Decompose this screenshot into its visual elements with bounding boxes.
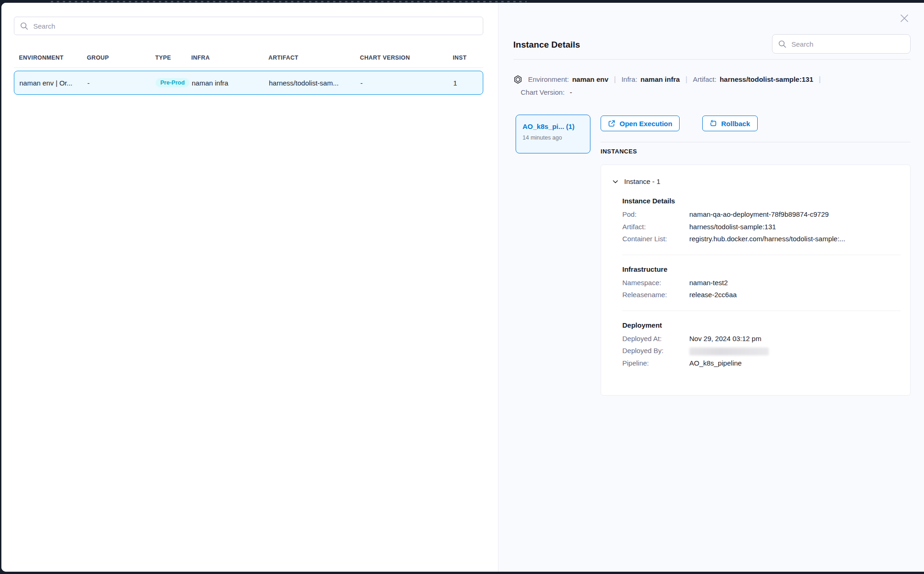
- column-header-type: TYPE: [155, 55, 191, 61]
- infra-label: Infra:: [621, 73, 637, 86]
- section-heading: Instance Details: [622, 197, 899, 205]
- environment-label: Environment:: [528, 73, 569, 86]
- instance-collapse-toggle[interactable]: Instance - 1: [612, 177, 899, 185]
- close-button[interactable]: [897, 11, 911, 25]
- cell-inst: 1: [453, 79, 483, 87]
- instance-body: Instance Details Pod: naman-qa-ao-deploy…: [612, 185, 899, 369]
- kv-value: Nov 29, 2024 03:12 pm: [689, 333, 761, 345]
- cell-group: -: [87, 79, 156, 87]
- chart-version-value: -: [570, 88, 572, 96]
- background-page-text-sliver: [51, 1, 527, 2]
- section-deployment: Deployment Deployed At: Nov 29, 2024 03:…: [622, 321, 899, 370]
- kv-label: Namespace:: [622, 277, 689, 289]
- kv-label: Artifact:: [622, 221, 689, 233]
- kv-label: Container List:: [622, 233, 689, 245]
- kv-label: Deployed By:: [622, 345, 689, 357]
- section-infrastructure: Infrastructure Namespace: naman-test2 Re…: [622, 265, 899, 301]
- kv-value: naman-test2: [689, 277, 728, 289]
- redacted-value: [689, 348, 769, 355]
- kv-row-namespace: Namespace: naman-test2: [622, 277, 899, 289]
- column-header-infra: INFRA: [191, 55, 268, 61]
- cell-environment: naman env | Or...: [19, 79, 87, 87]
- execution-card[interactable]: AO_k8s_pi... (1) 14 minutes ago: [516, 115, 590, 153]
- instance-details-modal: ENVIRONMENT GROUP TYPE INFRA ARTIFACT CH…: [1, 3, 924, 572]
- env-type-badge: Pre-Prod: [156, 78, 189, 88]
- artifact-label: Artifact:: [693, 73, 717, 86]
- deployments-search: [14, 17, 483, 35]
- cell-artifact: harness/todolist-sam...: [269, 79, 360, 87]
- page-title: Instance Details: [513, 40, 580, 50]
- environment-value: naman env: [572, 73, 608, 86]
- section-heading: Infrastructure: [622, 265, 899, 273]
- chevron-down-icon: [612, 178, 619, 185]
- search-icon: [778, 40, 787, 49]
- kv-label: Pipeline:: [622, 357, 689, 370]
- column-header-artifact: ARTIFACT: [268, 55, 360, 61]
- meta-separator: |: [608, 73, 621, 86]
- execution-card-title: AO_k8s_pi... (1): [523, 122, 584, 130]
- column-header-inst: INST: [453, 55, 483, 61]
- section-heading: Deployment: [622, 321, 899, 329]
- column-header-chart-version: CHART VERSION: [360, 55, 453, 61]
- close-icon: [898, 12, 911, 24]
- kv-value: AO_k8s_pipeline: [689, 357, 742, 370]
- kv-row-releasename: Releasename: release-2cc6aa: [622, 289, 899, 301]
- table-header: ENVIRONMENT GROUP TYPE INFRA ARTIFACT CH…: [14, 51, 483, 65]
- kv-value: registry.hub.docker.com/harness/todolist…: [689, 233, 845, 245]
- external-link-icon: [608, 120, 615, 127]
- section-instance-details: Instance Details Pod: naman-qa-ao-deploy…: [622, 197, 899, 245]
- header-divider: [513, 59, 911, 60]
- kv-row-pipeline: Pipeline: AO_k8s_pipeline: [622, 357, 899, 370]
- rollback-button[interactable]: Rollback: [702, 116, 758, 131]
- kv-value: release-2cc6aa: [689, 289, 737, 301]
- rollback-label: Rollback: [721, 120, 750, 128]
- table-row[interactable]: naman env | Or... - Pre-Prod naman infra…: [14, 71, 483, 95]
- kv-label: Deployed At:: [622, 333, 689, 345]
- section-divider: [601, 142, 911, 142]
- kv-row-container-list: Container List: registry.hub.docker.com/…: [622, 233, 899, 245]
- card-divider: [622, 311, 900, 311]
- execution-card-time: 14 minutes ago: [523, 134, 584, 141]
- details-search-input[interactable]: [791, 40, 905, 48]
- cell-type: Pre-Prod: [156, 78, 192, 88]
- column-header-environment: ENVIRONMENT: [19, 55, 87, 61]
- open-execution-label: Open Execution: [620, 120, 672, 128]
- cell-infra: naman infra: [192, 79, 269, 87]
- column-header-group: GROUP: [87, 55, 155, 61]
- meta-separator: |: [680, 73, 693, 86]
- kv-row-pod: Pod: naman-qa-ao-deployment-78f9b89874-c…: [622, 208, 899, 221]
- instance-details-panel: Instance Details Environment: naman en: [499, 3, 924, 572]
- infra-value: naman infra: [640, 73, 680, 86]
- kv-label: Pod:: [622, 208, 689, 221]
- rollback-icon: [710, 120, 717, 127]
- meta-separator: |: [813, 73, 826, 86]
- cell-chart-version: -: [360, 79, 453, 87]
- instance-title: Instance - 1: [624, 177, 660, 185]
- open-execution-button[interactable]: Open Execution: [601, 116, 680, 131]
- kv-row-artifact: Artifact: harness/todolist-sample:131: [622, 221, 899, 233]
- deployments-search-input[interactable]: [33, 22, 477, 30]
- card-divider: [622, 255, 900, 255]
- artifact-value: harness/todolist-sample:131: [720, 73, 814, 86]
- search-icon: [20, 22, 29, 31]
- deployment-meta: Environment: naman env | Infra: naman in…: [513, 73, 911, 99]
- details-search: [772, 34, 911, 54]
- chart-version-label: Chart Version:: [521, 88, 565, 96]
- kv-value: harness/todolist-sample:131: [689, 221, 776, 233]
- environment-icon: [513, 75, 523, 84]
- instances-heading: INSTANCES: [601, 148, 637, 155]
- instance-card: Instance - 1 Instance Details Pod: naman…: [601, 165, 911, 396]
- table-header-divider: [14, 67, 483, 68]
- kv-row-deployed-by: Deployed By:: [622, 345, 899, 357]
- deployments-list-panel: ENVIRONMENT GROUP TYPE INFRA ARTIFACT CH…: [1, 3, 498, 572]
- kv-value: naman-qa-ao-deployment-78f9b89874-c9729: [689, 208, 829, 221]
- kv-row-deployed-at: Deployed At: Nov 29, 2024 03:12 pm: [622, 333, 899, 345]
- kv-label: Releasename:: [622, 289, 689, 301]
